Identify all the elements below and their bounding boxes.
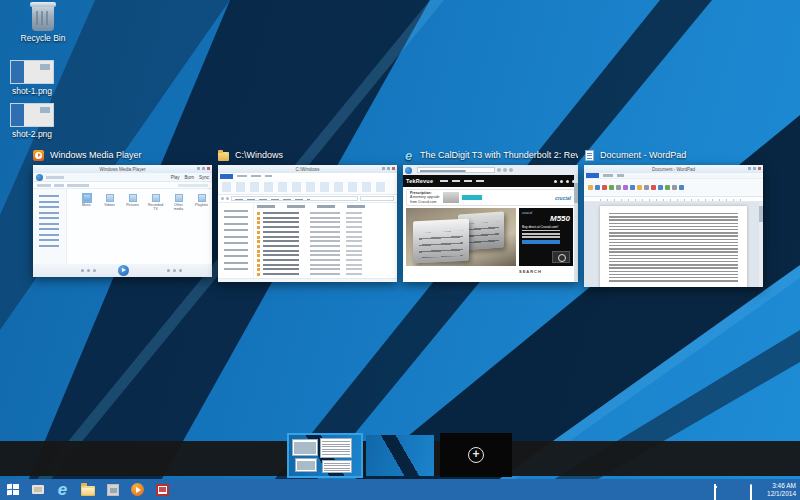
tab-burn: Burn (184, 175, 194, 180)
explorer-file-list (254, 203, 397, 278)
hidden-icons-button[interactable] (690, 485, 699, 494)
library-item-music: Music (77, 194, 96, 211)
red-app-icon (156, 484, 169, 496)
touch-keyboard-icon[interactable] (750, 485, 761, 494)
desktop-thumbnail-2[interactable] (366, 435, 434, 476)
task-view-window-wordpad[interactable]: Document - WordPad Document - WordPad (584, 148, 763, 162)
desktop-icon-label: shot-1.png (0, 86, 64, 96)
window-label: Windows Media Player (33, 148, 212, 162)
file-explorer-icon (81, 486, 95, 496)
plus-icon: + (468, 447, 484, 463)
library-item-pictures: Pictures (123, 194, 142, 211)
wmp-thumbnail: Windows Media Player Play Burn Sync (33, 165, 212, 277)
home-icon (497, 168, 501, 172)
internet-explorer-icon: e (403, 150, 414, 161)
playback-buttons-left (81, 269, 96, 272)
task-view-window-explorer[interactable]: C:\Windows C:\Windows (218, 148, 397, 162)
ad-brand-logo: crucial (555, 195, 571, 201)
mini-window (320, 438, 352, 458)
browser-thumbnail: TekRevue Prescription: A memory upgrade … (403, 165, 578, 282)
back-icon (36, 174, 43, 181)
clock-date: 12/1/2014 (767, 490, 796, 497)
site-header: TekRevue (403, 175, 578, 187)
ad-banner-text: Prescription: A memory upgrade from Cruc… (410, 191, 440, 205)
window-title: The CalDigit T3 with Thunderbolt 2: Revi… (420, 150, 578, 160)
wmp-addressbar (33, 182, 212, 189)
taskbar-clock[interactable]: 3:46 AM 12/1/2014 (767, 482, 798, 498)
taskbar-file-explorer[interactable] (75, 479, 100, 500)
add-desktop-button[interactable]: + (440, 433, 512, 477)
document-page (600, 206, 747, 287)
action-center-flag-icon[interactable] (702, 485, 711, 494)
url-box (417, 167, 495, 173)
address-box (231, 196, 358, 201)
playback-buttons-right (167, 269, 182, 272)
mini-window (295, 458, 317, 472)
back-icon (405, 167, 412, 174)
window-label: e The CalDigit T3 with Thunderbolt 2: Re… (403, 148, 578, 162)
wmp-titlebar: Windows Media Player (33, 165, 212, 173)
desktop-icon-shot-1[interactable]: shot-1.png (0, 60, 64, 96)
file-tab (220, 174, 233, 179)
sidebar-ad-button (522, 240, 560, 244)
task-view-window-wmp[interactable]: Windows Media Player Windows Media Playe… (33, 148, 212, 162)
social-icons (554, 180, 575, 183)
ad-cta-button (462, 195, 482, 200)
article-body: crucial M550 Buy direct at Crucial.com! … (403, 208, 578, 274)
battery-icon[interactable] (714, 485, 723, 494)
search-box (360, 196, 394, 201)
browser-chrome (403, 165, 578, 175)
task-view-button[interactable] (25, 479, 50, 500)
desktop-icon-label: Recycle Bin (11, 33, 75, 43)
image-file-icon (10, 103, 54, 127)
taskbar-media-player[interactable] (125, 479, 150, 500)
internet-explorer-icon: e (58, 481, 67, 498)
article-photo (406, 208, 516, 266)
desktop-icon-shot-2[interactable]: shot-2.png (0, 103, 64, 139)
window-title: Windows Media Player (50, 150, 142, 160)
taskbar-red-app[interactable] (150, 479, 175, 500)
volume-icon[interactable] (738, 485, 747, 494)
window-controls (382, 167, 395, 170)
library-item-playlists: Playlists (192, 194, 211, 211)
wordpad-icon (585, 150, 594, 161)
document-text (609, 213, 738, 282)
start-button[interactable] (0, 479, 25, 500)
window-title: C:\Windows (235, 150, 283, 160)
taskbar-gray-app[interactable] (100, 479, 125, 500)
ad-product-image (443, 192, 459, 203)
image-file-icon (10, 60, 54, 84)
scrollbar (759, 202, 763, 287)
sidebar-ad-bullets (522, 230, 570, 238)
media-player-icon (131, 483, 144, 496)
taskbar-internet-explorer[interactable]: e (50, 479, 75, 500)
ad-banner: Prescription: A memory upgrade from Cruc… (406, 189, 575, 206)
explorer-addressbar (218, 195, 397, 203)
desktop-icon-recycle-bin[interactable]: Recycle Bin (11, 5, 75, 43)
task-view-icon (32, 485, 44, 494)
wordpad-ribbon (584, 179, 763, 197)
wordpad-title-text: Document - WordPad (652, 167, 695, 172)
wmp-library-area: Music Videos Pictures Recorded TV Other … (67, 189, 212, 264)
sidebar-ad: crucial M550 Buy direct at Crucial.com! (519, 208, 573, 266)
network-icon[interactable] (726, 485, 735, 494)
clock-time: 3:46 AM (772, 482, 796, 489)
ribbon-body (218, 179, 397, 195)
favorites-icon (503, 168, 507, 172)
wordpad-titlebar: Document - WordPad (584, 165, 763, 173)
recycle-bin-icon (32, 5, 54, 31)
sidebar-ad-cta: Buy direct at Crucial.com! (522, 225, 570, 229)
ssd-image (552, 251, 570, 263)
search-heading: SEARCH (519, 269, 573, 274)
window-controls (748, 167, 761, 170)
task-view-window-browser[interactable]: e The CalDigit T3 with Thunderbolt 2: Re… (403, 148, 578, 162)
wmp-icon (33, 150, 44, 161)
wmp-title-text: Windows Media Player (100, 167, 146, 172)
taskbar: e (0, 479, 800, 500)
desktop-thumbnail-1[interactable] (287, 433, 363, 478)
explorer-thumbnail: C:\Windows (218, 165, 397, 282)
webpage: TekRevue Prescription: A memory upgrade … (403, 175, 578, 282)
explorer-title-text: C:\Windows (295, 167, 319, 172)
tab-play: Play (171, 175, 180, 180)
explorer-titlebar: C:\Windows (218, 165, 397, 173)
